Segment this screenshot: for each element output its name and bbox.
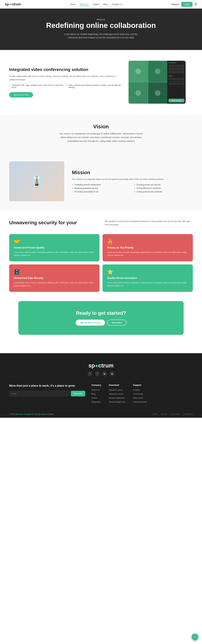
footer-copyright: © 2024 Spectrum Template Kit | By By Dra… <box>9 413 54 415</box>
footer-link-extension[interactable]: Browse extension <box>109 397 125 399</box>
video-cell-2 <box>148 61 167 82</box>
cta-secondary-button[interactable]: Secondary <box>107 320 126 326</box>
nav-contact[interactable]: Contact Us <box>112 3 122 6</box>
video-sidebar: Participants Chats Design All Hands <box>167 61 186 104</box>
footer-link-community[interactable]: Community <box>133 393 143 395</box>
logo-rest: ctrum <box>11 2 21 6</box>
footer-link-blog[interactable]: Blog <box>91 393 95 395</box>
card-1-icon: 🔒 <box>107 239 188 244</box>
vision-section: Vision Our vision is to revolutionize th… <box>0 114 202 152</box>
social-twitter[interactable]: t <box>95 371 100 376</box>
card-3-icon: ⭐ <box>107 269 188 275</box>
nav-pages[interactable]: Pages <box>93 3 99 6</box>
security-section: Unwavering security for your We prioriti… <box>0 210 202 232</box>
mission-feat-3: ✔ Driving efficiency in workflows <box>134 187 193 190</box>
footer-link-about[interactable]: About Us <box>91 389 99 391</box>
card-3: ⭐ Quality-Driven Innovation Lorem ipsum … <box>103 264 193 292</box>
hero-title: Redefining online collaboration <box>6 21 196 30</box>
m-feat-4-text: Promoting accessibility for all <box>74 191 98 193</box>
footer-tagline-text: More than just a place to work, it's a p… <box>9 384 85 388</box>
mission-feat-5: ✔ Uniting professionals worldwide <box>134 191 193 193</box>
cards-grid: 🤝 Tested and Proven Quality Lorem ipsum … <box>0 232 202 301</box>
vision-title: Vision <box>6 124 196 130</box>
feature-2: ✔ Video conferencing software ensures a … <box>66 84 121 88</box>
video-mockup: Participants Chats Design All Hands <box>129 61 193 104</box>
menu-button[interactable]: ☰ <box>194 2 197 6</box>
footer-link-contact[interactable]: Contact <box>133 389 140 391</box>
video-section: Integrated video conferencing solution E… <box>0 50 202 114</box>
nav-blog[interactable]: Blog <box>103 3 108 6</box>
footer-social: f t ▶ ◉ <box>9 371 193 376</box>
register-button[interactable]: Register <box>171 3 179 6</box>
footer-link-virtual[interactable]: Virtual background <box>109 401 125 403</box>
signup-button[interactable]: Sign Up For Free <box>9 92 33 98</box>
feature-1: ✔ Customize URL, logo, meeting names, an… <box>9 84 64 88</box>
card-0: 🤝 Tested and Proven Quality Lorem ipsum … <box>9 234 99 261</box>
mission-title: Mission <box>72 170 193 175</box>
social-youtube[interactable]: ▶ <box>102 371 107 376</box>
video-title: Integrated video conferencing solution <box>9 67 121 72</box>
security-title-block: Unwavering security for your <box>9 220 97 226</box>
card-1-title: Privacy as Top Priority <box>107 246 188 249</box>
m-check-5: ✔ <box>134 191 136 193</box>
footer-main: More than just a place to work, it's a p… <box>9 384 193 410</box>
footer-trust[interactable]: Trust Center <box>170 413 180 415</box>
check-icon-1: ✔ <box>9 84 11 86</box>
footer-privacy[interactable]: Privacy <box>161 413 167 415</box>
card-1: 🔒 Privacy as Top Priority Lorem ipsum do… <box>103 234 193 261</box>
card-2-icon: 🗄️ <box>14 269 95 275</box>
security-description: We prioritize security as the foundation… <box>105 220 193 226</box>
cta-primary-button[interactable]: Sign Up Now, It's Free <box>76 320 105 326</box>
copyright-text: © 2024 Spectrum Template Kit <box>9 413 34 415</box>
cta-title: Ready to get started? <box>24 310 178 316</box>
nav-about[interactable]: About Us <box>80 3 89 6</box>
logo-text: sp <box>5 2 9 6</box>
footer-terms[interactable]: Terms <box>153 413 158 415</box>
footer-compliance[interactable]: Compliance <box>183 413 193 415</box>
cta-section: Ready to get started? Sign Up Now, It's … <box>18 301 184 335</box>
footer-link-help[interactable]: Help center <box>133 397 143 399</box>
video-cell-4 <box>148 82 167 104</box>
video-description: Enable collaboration with secure screen … <box>9 75 121 82</box>
footer-email-input[interactable] <box>9 391 70 396</box>
nav-actions: Register Login ☰ <box>171 2 197 7</box>
footer: sp●ctrum f t ▶ ◉ More than just a place … <box>0 353 202 418</box>
footer-link-client[interactable]: Spectrum client <box>109 389 123 391</box>
mission-description: Our mission is to empower teams around t… <box>72 178 193 181</box>
footer-link-career[interactable]: Career <box>91 397 97 399</box>
footer-col-download-links: Spectrum client Spectrum rooms Browse ex… <box>109 388 125 403</box>
login-button[interactable]: Login <box>181 2 193 7</box>
footer-email-row: Subscribe <box>9 391 85 396</box>
mission-image: 👔 💻 <box>9 162 64 201</box>
video-preview: Participants Chats Design All Hands <box>129 61 186 104</box>
hero-label: About us <box>61 18 141 21</box>
footer-col-company-links: About Us Blog Career Integration <box>91 388 101 403</box>
subscribe-button[interactable]: Subscribe <box>71 391 85 396</box>
footer-col-download: Download Spectrum client Spectrum rooms … <box>109 384 125 404</box>
security-title: Unwavering security for your <box>9 220 97 226</box>
footer-col-support-links: Contact Community Help center Learning c… <box>133 388 147 403</box>
footer-col-support-title: Support <box>133 384 147 386</box>
m-check-3: ✔ <box>134 187 136 190</box>
footer-col-company: Company About Us Blog Career Integration <box>91 384 101 404</box>
navbar: sp●ctrum Home About Us Pages Blog Contac… <box>0 0 202 8</box>
nav-logo[interactable]: sp●ctrum <box>5 2 21 6</box>
m-check-2: ✔ <box>72 187 74 190</box>
feature-list: ✔ Customize URL, logo, meeting names, an… <box>9 84 121 88</box>
footer-col-download-title: Download <box>109 384 125 386</box>
footer-col-support: Support Contact Community Help center Le… <box>133 384 147 404</box>
video-text: Integrated video conferencing solution E… <box>9 67 121 98</box>
footer-link-rooms[interactable]: Spectrum rooms <box>109 393 123 395</box>
nav-home[interactable]: Home <box>70 3 75 6</box>
vision-description: Our vision is to revolutionize the lands… <box>57 132 145 143</box>
social-facebook[interactable]: f <box>88 371 92 376</box>
footer-link-integration[interactable]: Integration <box>91 401 101 403</box>
footer-link-learning[interactable]: Learning center <box>133 401 147 403</box>
social-spotify[interactable]: ◉ <box>110 371 114 376</box>
hero-section: About us Redefining online collaboration… <box>0 8 202 50</box>
mission-feat-2: ✔ Breaking geographic barriers <box>72 187 131 190</box>
card-3-title: Quality-Driven Innovation <box>107 277 188 280</box>
mission-feat-1: ✔ Ensuring privacy and security <box>134 184 193 186</box>
card-2-description: Lorem ipsum dolor sit amet, consectetur … <box>14 281 95 287</box>
m-check-0: ✔ <box>72 184 74 186</box>
